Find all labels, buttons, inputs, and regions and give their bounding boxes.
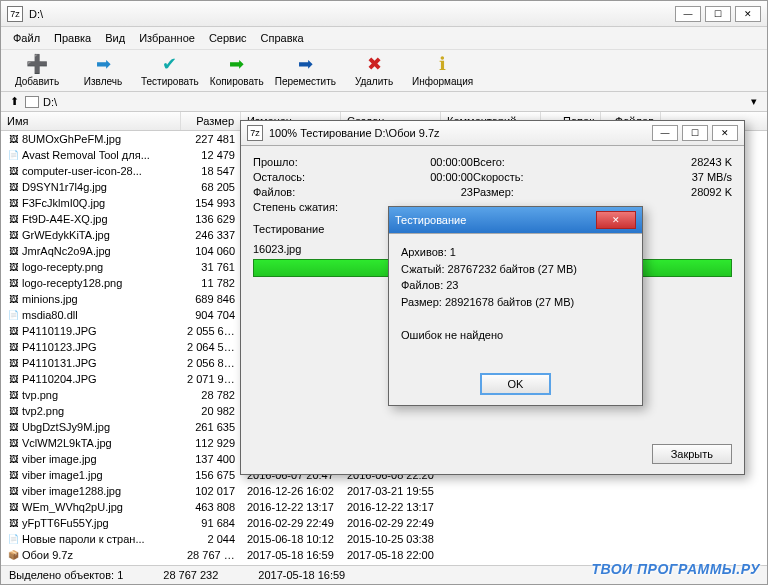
result-ok-button[interactable]: OK [480,373,552,395]
tool-Добавить[interactable]: ➕Добавить [9,54,65,87]
ratio-label: Степень сжатия: [253,201,373,213]
menu-0[interactable]: Файл [7,30,46,46]
tool-icon: ➡ [229,54,244,74]
file-name: 8UMOxGhPeFM.jpg [22,133,121,145]
close-btn[interactable]: Закрыть [652,444,732,464]
file-icon: 🖼 [7,165,19,177]
file-size: 261 635 [181,421,241,433]
tool-label: Информация [412,76,473,87]
file-size: 2 044 [181,533,241,545]
file-name: GrWEdykKiTA.jpg [22,229,110,241]
remain-label: Осталось: [253,171,373,183]
file-size: 102 017 [181,485,241,497]
file-icon: 🖼 [7,421,19,433]
tool-Копировать[interactable]: ➡Копировать [209,54,265,87]
col-size[interactable]: Размер [181,112,241,130]
file-name: yFpTT6Fu55Y.jpg [22,517,109,529]
tool-label: Тестировать [141,76,199,87]
file-icon: 🖼 [7,373,19,385]
file-modified: 2015-06-18 10:12 [241,533,341,545]
file-row[interactable]: 🖼WEm_WVhq2pU.jpg463 8082016-12-22 13:172… [1,499,767,515]
size-label: Размер: [473,186,573,198]
tool-label: Извлечь [84,76,122,87]
elapsed-label: Прошло: [253,156,373,168]
file-size: 31 761 [181,261,241,273]
file-icon: 🖼 [7,181,19,193]
tool-label: Переместить [275,76,336,87]
progress-max-button[interactable]: ☐ [682,125,708,141]
file-modified: 2016-12-26 16:02 [241,485,341,497]
file-modified: 2016-02-29 22:49 [241,517,341,529]
file-size: 2 055 649 [181,325,241,337]
col-name[interactable]: Имя [1,112,181,130]
menu-2[interactable]: Вид [99,30,131,46]
file-row[interactable]: 📄Новые пароли к стран...2 0442015-06-18 … [1,531,767,547]
file-name: P4110123.JPG [22,341,97,353]
file-name: P4110119.JPG [22,325,97,337]
tool-Тестировать[interactable]: ✔Тестировать [141,54,199,87]
file-row[interactable]: 🖼yFpTT6Fu55Y.jpg91 6842016-02-29 22:4920… [1,515,767,531]
file-size: 154 993 [181,197,241,209]
file-icon: 📄 [7,149,19,161]
file-size: 2 064 539 [181,341,241,353]
progress-title: 100% Тестирование D:\Обои 9.7z [269,127,652,139]
file-created: 2016-12-22 13:17 [341,501,441,513]
maximize-button[interactable]: ☐ [705,6,731,22]
result-titlebar: Тестирование ✕ [389,207,642,234]
file-icon: 🖼 [7,485,19,497]
tool-icon: ℹ [439,54,446,74]
minimize-button[interactable]: — [675,6,701,22]
menu-1[interactable]: Правка [48,30,97,46]
tool-Переместить[interactable]: ➡Переместить [275,54,336,87]
file-name: computer-user-icon-28... [22,165,142,177]
file-icon: 🖼 [7,405,19,417]
menubar: ФайлПравкаВидИзбранноеСервисСправка [1,27,767,50]
menu-3[interactable]: Избранное [133,30,201,46]
tool-Извлечь[interactable]: ➡Извлечь [75,54,131,87]
file-name: viber image1288.jpg [22,485,121,497]
file-name: P4110131.JPG [22,357,97,369]
path-text[interactable]: D:\ [43,96,743,108]
remain-value: 00:00:00 [373,171,473,183]
path-up-icon[interactable]: ⬆ [7,95,21,108]
tool-Информация[interactable]: ℹИнформация [412,54,473,87]
file-name: JmrAqNc2o9A.jpg [22,245,111,257]
path-dropdown-icon[interactable]: ▾ [747,95,761,108]
progress-close-button[interactable]: ✕ [712,125,738,141]
file-modified: 2016-12-22 13:17 [241,501,341,513]
file-size: 463 808 [181,501,241,513]
status-mod: 2017-05-18 16:59 [258,569,345,581]
menu-4[interactable]: Сервис [203,30,253,46]
file-icon: 🖼 [7,469,19,481]
file-icon: 🖼 [7,437,19,449]
file-size: 689 846 [181,293,241,305]
file-icon: 🖼 [7,517,19,529]
file-size: 137 400 [181,453,241,465]
file-name: F3FcJklmI0Q.jpg [22,197,105,209]
file-name: Обои 9.7z [22,549,73,561]
tool-Удалить[interactable]: ✖Удалить [346,54,402,87]
file-icon: 🖼 [7,293,19,305]
result-body: Архивов: 1Сжатый: 28767232 байтов (27 MB… [389,234,642,365]
file-size: 156 675 [181,469,241,481]
file-icon: 🖼 [7,229,19,241]
window-title: D:\ [29,8,675,20]
tool-label: Добавить [15,76,59,87]
file-name: Ft9D-A4E-XQ.jpg [22,213,108,225]
menu-5[interactable]: Справка [255,30,310,46]
file-name: msdia80.dll [22,309,78,321]
file-name: P4110204.JPG [22,373,97,385]
file-row[interactable]: 🖼viber image1288.jpg102 0172016-12-26 16… [1,483,767,499]
result-close-button[interactable]: ✕ [596,211,636,229]
tool-icon: ➡ [96,54,111,74]
file-name: UbgDztSJy9M.jpg [22,421,110,433]
close-button[interactable]: ✕ [735,6,761,22]
tool-icon: ➡ [298,54,313,74]
tool-icon: ✔ [162,54,177,74]
file-size: 227 481 [181,133,241,145]
toolbar: ➕Добавить➡Извлечь✔Тестировать➡Копировать… [1,50,767,92]
file-modified: 2017-05-18 16:59 [241,549,341,561]
progress-min-button[interactable]: — [652,125,678,141]
file-name: tvp2.png [22,405,64,417]
file-icon: 🖼 [7,245,19,257]
